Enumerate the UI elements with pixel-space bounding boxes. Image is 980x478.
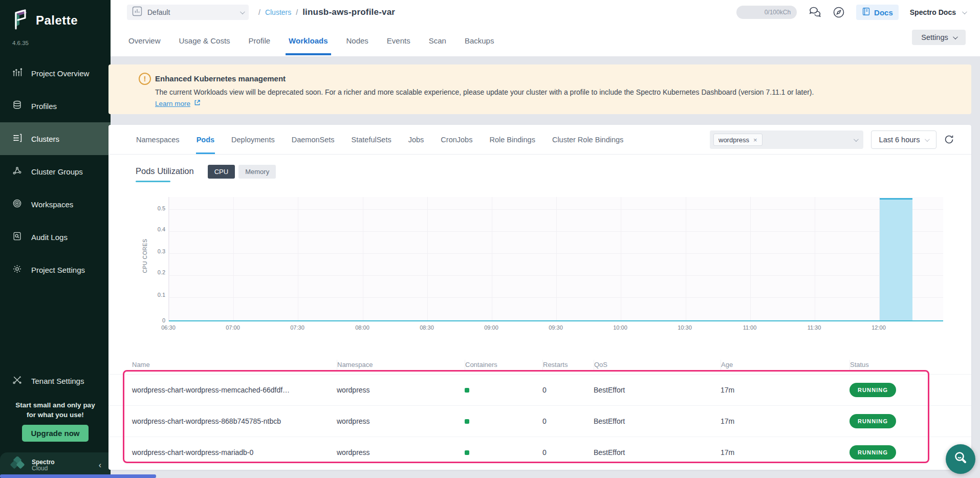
banner-title: Enhanced Kubernetes management: [155, 74, 286, 83]
pod-qos: BestEffort: [594, 417, 721, 425]
chevron-down-icon: [953, 34, 958, 39]
promo-text-line1: Start small and only pay: [0, 400, 111, 410]
breadcrumb-link-clusters[interactable]: Clusters: [265, 8, 291, 16]
tab-scan[interactable]: Scan: [428, 26, 447, 55]
y-tick: 0.4: [145, 226, 165, 232]
magnifier-smile-icon: [953, 450, 968, 468]
subtab-deployments[interactable]: Deployments: [231, 126, 275, 154]
banner-body-text: The current Workloads view will be depre…: [155, 88, 814, 96]
external-link-icon: [194, 99, 201, 107]
cpu-utilization-chart[interactable]: [168, 197, 943, 321]
spectro-cloud-wordmark: Spectro Cloud: [32, 459, 55, 471]
cpu-toggle-button[interactable]: CPU: [208, 165, 235, 179]
status-badge-running: RUNNING: [850, 414, 896, 428]
sidebar-item-profiles[interactable]: Profiles: [0, 90, 111, 122]
sidebar-collapse-chevron-icon[interactable]: ‹: [99, 461, 101, 470]
sidebar-item-workspaces[interactable]: Workspaces: [0, 188, 111, 221]
help-search-fab[interactable]: [946, 444, 975, 474]
x-tick: 09:00: [476, 324, 507, 331]
sidebar-item-audit-logs[interactable]: Audit Logs: [0, 221, 111, 253]
book-icon: [862, 7, 870, 17]
container-status-square: [465, 419, 469, 424]
sidebar: Palette 4.6.35 Project Overview Profiles: [0, 0, 111, 478]
sidebar-item-label: Audit Logs: [31, 233, 68, 242]
chip-close-icon[interactable]: ×: [753, 136, 757, 144]
namespace-filter-select[interactable]: wordpress ×: [710, 131, 863, 149]
docs-menu-dropdown[interactable]: Spectro Docs: [910, 8, 966, 16]
x-tick: 11:30: [799, 324, 830, 331]
breadcrumb: / Clusters / linusb-aws-profile-var: [258, 7, 395, 17]
pod-restarts: 0: [542, 417, 594, 425]
brand-name: Palette: [36, 13, 78, 28]
docs-button[interactable]: Docs: [856, 5, 899, 20]
pod-name: wordpress-chart-wordpress-mariadb-0: [132, 448, 337, 457]
usage-quota-pill: 0/100kCh: [736, 6, 797, 19]
compass-icon[interactable]: [833, 6, 845, 18]
chevron-down-icon: [854, 137, 859, 142]
x-tick: 10:00: [605, 324, 636, 331]
x-tick: 08:30: [411, 324, 442, 331]
pod-restarts: 0: [542, 386, 594, 394]
subtab-daemonsets[interactable]: DaemonSets: [291, 126, 335, 154]
sidebar-item-cluster-groups[interactable]: Cluster Groups: [0, 155, 111, 188]
table-row-pod-memcached[interactable]: wordpress-chart-wordpress-memcached-66df…: [108, 374, 971, 405]
sidebar-item-label: Profiles: [31, 102, 57, 111]
tab-backups[interactable]: Backups: [464, 26, 495, 55]
version-label: 4.6.35: [0, 33, 111, 46]
y-tick: 0.3: [145, 248, 165, 254]
y-axis-label: CPU CORES: [142, 239, 148, 273]
sidebar-nav: Project Overview Profiles Clusters: [0, 57, 111, 286]
tab-profile[interactable]: Profile: [248, 26, 272, 55]
y-tick: 0.1: [145, 292, 165, 298]
table-row-pod-wordpress[interactable]: wordpress-chart-wordpress-868b745785-ntb…: [108, 405, 971, 437]
pod-restarts: 0: [542, 448, 594, 457]
audit-logs-icon: [12, 231, 22, 243]
horizontal-scrollbar-thumb[interactable]: [0, 474, 156, 478]
footer-brand-bottom: Cloud: [32, 465, 55, 471]
col-header-namespace: Namespace: [337, 361, 373, 368]
col-header-containers: Containers: [465, 361, 497, 368]
pods-table: Name Namespace Containers Restarts QoS A…: [108, 356, 971, 468]
subtab-pods[interactable]: Pods: [196, 126, 215, 154]
bar-chart-icon: [132, 6, 142, 18]
time-range-dropdown[interactable]: Last 6 hours: [871, 131, 937, 149]
tab-nodes[interactable]: Nodes: [345, 26, 369, 55]
tab-usage-costs[interactable]: Usage & Costs: [178, 26, 231, 55]
subtab-jobs[interactable]: Jobs: [408, 126, 425, 154]
subtab-role-bindings[interactable]: Role Bindings: [489, 126, 535, 154]
sidebar-item-project-overview[interactable]: Project Overview: [0, 57, 111, 90]
col-header-age: Age: [721, 361, 733, 368]
memory-toggle-button[interactable]: Memory: [238, 165, 276, 179]
refresh-icon[interactable]: [944, 134, 954, 147]
table-row-pod-mariadb[interactable]: wordpress-chart-wordpress-mariadb-0 word…: [108, 437, 971, 468]
subtab-cluster-role-bindings[interactable]: Cluster Role Bindings: [552, 126, 624, 154]
col-header-name: Name: [132, 361, 150, 368]
subtab-namespaces[interactable]: Namespaces: [136, 126, 180, 154]
sidebar-item-project-settings[interactable]: Project Settings: [0, 253, 111, 286]
chat-bubbles-icon[interactable]: [808, 6, 821, 18]
settings-button[interactable]: Settings: [912, 30, 966, 45]
workload-subtabs: Namespaces Pods Deployments DaemonSets S…: [108, 125, 971, 155]
subtab-statefulsets[interactable]: StatefulSets: [351, 126, 392, 154]
palette-app: Palette 4.6.35 Project Overview Profiles: [0, 0, 980, 478]
project-selector-value: Default: [147, 8, 170, 16]
pod-age: 17m: [721, 448, 850, 457]
subtab-cronjobs[interactable]: CronJobs: [440, 126, 473, 154]
profiles-icon: [12, 100, 22, 112]
learn-more-link[interactable]: Learn more: [155, 99, 201, 107]
chevron-down-icon: [925, 137, 930, 142]
learn-more-label: Learn more: [155, 100, 190, 107]
sidebar-item-label: Project Settings: [31, 266, 85, 274]
upgrade-now-button[interactable]: Upgrade now: [22, 425, 88, 442]
tab-workloads[interactable]: Workloads: [288, 26, 329, 55]
gear-icon: [12, 264, 22, 275]
project-selector-dropdown[interactable]: Default: [127, 5, 249, 20]
col-header-status: Status: [850, 361, 869, 368]
sidebar-item-clusters[interactable]: Clusters: [0, 122, 111, 155]
tab-overview[interactable]: Overview: [127, 26, 162, 55]
cluster-name-title: linusb-aws-profile-var: [302, 7, 395, 17]
tab-events[interactable]: Events: [386, 26, 411, 55]
sidebar-item-tenant-settings[interactable]: Tenant Settings: [0, 364, 111, 397]
col-header-qos: QoS: [594, 361, 607, 368]
chevron-down-icon: [962, 9, 967, 14]
